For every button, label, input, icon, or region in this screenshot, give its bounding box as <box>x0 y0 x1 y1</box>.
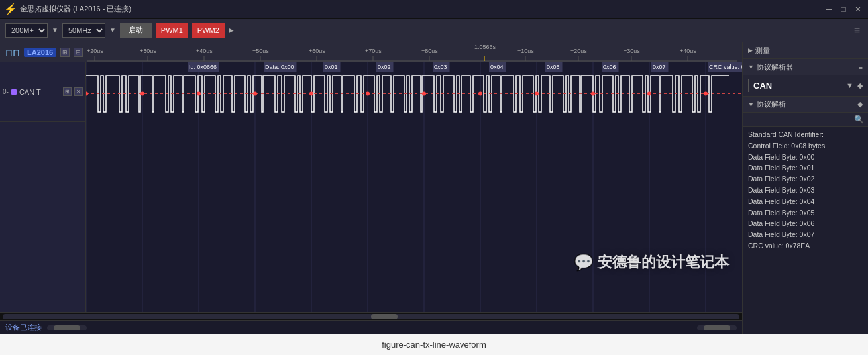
protocol-content: CAN ▼ ◆ <box>743 75 868 96</box>
channel-label-0: 0- CAN T ⊞ ✕ <box>0 62 85 122</box>
channel-settings-btn[interactable]: ⊞ <box>63 87 72 96</box>
caption: figure-can-tx-line-waveform <box>0 334 868 355</box>
protocol-decode-header[interactable]: ▼ 协议解析 ◆ <box>743 97 868 113</box>
dropdown-arrow-icon2: ▼ <box>109 26 116 34</box>
watermark: 💬 安德鲁的设计笔记本 <box>574 252 729 272</box>
scrollbar-area[interactable] <box>0 312 742 320</box>
dropdown-arrow-icon: ▼ <box>52 26 58 34</box>
svg-text:+30us: +30us <box>624 48 640 54</box>
mini-scroll-right[interactable] <box>697 325 737 330</box>
protocol-decode-label: 协议解析 <box>757 99 855 109</box>
svg-text:+50us: +50us <box>252 48 269 54</box>
menu-icon[interactable]: ≡ <box>851 25 863 36</box>
search-bar: 🔍 <box>743 113 868 127</box>
svg-text:+30us: +30us <box>140 48 156 54</box>
svg-text:+80us: +80us <box>421 48 438 54</box>
sample-rate-select[interactable]: 200M+ 100M 50M <box>5 23 48 38</box>
svg-text:1.0566s: 1.0566s <box>474 44 496 50</box>
decode-line: Data Field Byte: 0x06 <box>748 218 863 229</box>
protocol-name: CAN <box>753 81 842 91</box>
decode-line: Data Field Byte: 0x01 <box>748 162 863 174</box>
watermark-text: 安德鲁的设计笔记本 <box>598 252 729 272</box>
svg-text:+40us: +40us <box>680 48 696 54</box>
mini-scroll-thumb-left[interactable] <box>54 325 80 330</box>
status-bar: 设备已连接 <box>0 320 742 334</box>
toolbar: 200M+ 100M 50M ▼ 50MHz 25MHz 10MHz ▼ 启动 … <box>0 19 868 42</box>
measure-section: ▶ 测量 <box>743 42 868 59</box>
decode-line: CRC value: 0x78EA <box>748 240 863 252</box>
right-panel: ▶ 测量 ▼ 协议解析器 ≡ CAN ▼ ◆ ▼ 协议解析 ◆ <box>742 42 868 334</box>
protocol-analyzer-section: ▼ 协议解析器 ≡ CAN ▼ ◆ <box>743 59 868 97</box>
svg-text:+40us: +40us <box>196 48 213 54</box>
caption-text: figure-can-tx-line-waveform <box>382 340 486 350</box>
main-area: ⊓⊓ LA2016 ⊞ ⊟ +20us +30us +40us +50 <box>0 42 868 334</box>
watermark-icon: 💬 <box>574 253 594 272</box>
channel-indicator <box>11 89 17 95</box>
title-bar-controls: ─ □ ✕ <box>824 5 863 14</box>
protocol-settings2-icon[interactable]: ◆ <box>857 81 863 90</box>
time-ruler: +20us +30us +40us +50us +60us +70us +80u… <box>87 42 737 62</box>
la-settings-btn[interactable]: ⊞ <box>60 48 70 57</box>
protocol-decode-settings-icon[interactable]: ◆ <box>857 100 863 109</box>
decode-line: Data Field Byte: 0x02 <box>748 174 863 185</box>
maximize-btn[interactable]: □ <box>839 5 848 14</box>
channel-labels: 0- CAN T ⊞ ✕ <box>0 62 86 312</box>
protocol-analyzer-arrow-icon: ▼ <box>748 64 754 70</box>
decode-line: Data Field Byte: 0x07 <box>748 229 863 240</box>
search-input[interactable] <box>747 115 854 123</box>
svg-text:+20us: +20us <box>570 48 587 54</box>
waveform-canvas-area: 💬 安德鲁的设计笔记本 <box>86 62 742 312</box>
channel-close-btn[interactable]: ✕ <box>74 87 83 96</box>
title-bar-text: 金思拓虚拟仪器 (LA2016 - 已连接) <box>20 4 824 14</box>
la-badge: LA2016 <box>24 48 56 57</box>
la-header: ⊓⊓ LA2016 ⊞ ⊟ +20us +30us +40us +50 <box>0 42 742 62</box>
svg-text:+10us: +10us <box>517 48 534 54</box>
la-zoom-btn[interactable]: ⊟ <box>74 48 83 57</box>
pwm-arrow-icon: ▶ <box>229 26 234 34</box>
measure-arrow-icon: ▶ <box>748 47 753 54</box>
waveform-canvas <box>86 62 742 312</box>
pwm2-button[interactable]: PWM2 <box>192 23 225 38</box>
decode-line: Data Field Byte: 0x04 <box>748 196 863 207</box>
decode-line: Control Field: 0x08 bytes <box>748 140 863 152</box>
measure-header[interactable]: ▶ 测量 <box>743 42 868 58</box>
close-btn[interactable]: ✕ <box>853 5 863 14</box>
svg-text:+70us: +70us <box>365 48 382 54</box>
protocol-decode-section: ▼ 协议解析 ◆ 🔍 Standard CAN Identifier:Contr… <box>743 97 868 334</box>
channels-container: 0- CAN T ⊞ ✕ 💬 安德鲁的设计笔记本 <box>0 62 742 312</box>
mini-scroll-thumb-right[interactable] <box>704 325 730 330</box>
search-icon[interactable]: 🔍 <box>854 115 864 124</box>
waveform-area: ⊓⊓ LA2016 ⊞ ⊟ +20us +30us +40us +50 <box>0 42 742 334</box>
decode-line: Data Field Byte: 0x05 <box>748 207 863 219</box>
channel-number: 0- <box>3 88 9 95</box>
decode-line: Data Field Byte: 0x00 <box>748 152 863 163</box>
protocol-decode-arrow-icon: ▼ <box>748 101 754 108</box>
protocol-filter-icon[interactable]: ▼ <box>846 81 853 89</box>
protocol-analyzer-header[interactable]: ▼ 协议解析器 ≡ <box>743 59 868 75</box>
svg-text:+20us: +20us <box>87 48 103 54</box>
trigger-rate-select[interactable]: 50MHz 25MHz 10MHz <box>62 23 105 38</box>
protocol-analyzer-settings-icon[interactable]: ≡ <box>859 63 863 71</box>
start-button[interactable]: 启动 <box>120 23 152 38</box>
measure-label: 测量 <box>755 46 863 56</box>
time-ruler-svg: +20us +30us +40us +50us +60us +70us +80u… <box>87 42 737 62</box>
minimize-btn[interactable]: ─ <box>824 5 834 14</box>
scrollbar-thumb[interactable] <box>371 314 398 319</box>
waveform-icon: ⊓⊓ <box>5 47 20 58</box>
status-text: 设备已连接 <box>5 323 42 332</box>
svg-text:+60us: +60us <box>309 48 325 54</box>
app-icon: ⚡ <box>5 4 16 15</box>
pwm1-button[interactable]: PWM1 <box>156 23 188 38</box>
title-bar: ⚡ 金思拓虚拟仪器 (LA2016 - 已连接) ─ □ ✕ <box>0 0 868 19</box>
channel-name: CAN T <box>19 88 60 96</box>
decode-results: Standard CAN Identifier:Control Field: 0… <box>743 127 868 334</box>
decode-line: Data Field Byte: 0x03 <box>748 185 863 196</box>
protocol-analyzer-label: 协议解析器 <box>757 62 856 72</box>
scrollbar-track[interactable] <box>3 314 739 319</box>
mini-scroll-left[interactable] <box>47 325 87 330</box>
decode-line: Standard CAN Identifier: <box>748 129 863 140</box>
